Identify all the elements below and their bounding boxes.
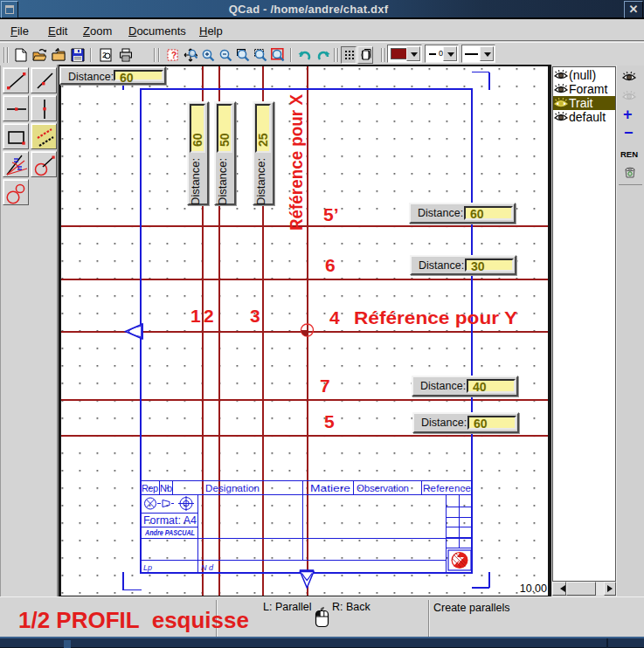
svg-text:Référence pour X: Référence pour X: [287, 93, 306, 231]
svg-text:7: 7: [320, 376, 330, 396]
svg-text:Designation: Designation: [205, 483, 260, 493]
svg-text:Rep: Rep: [142, 483, 158, 493]
svg-text:Nb: Nb: [160, 483, 172, 493]
svg-text:3: 3: [250, 306, 260, 326]
svg-text:Format: A4: Format: A4: [143, 514, 197, 527]
svg-text:1: 1: [190, 306, 201, 326]
svg-text:Andre PASCUAL: Andre PASCUAL: [144, 528, 195, 537]
svg-text:Reference: Reference: [423, 483, 471, 493]
svg-text:10.00: 10.00: [520, 583, 547, 595]
svg-text:?: ?: [171, 51, 177, 60]
svg-text:N d: N d: [201, 563, 214, 572]
svg-text:6: 6: [325, 255, 336, 275]
svg-text:Lp: Lp: [143, 563, 152, 572]
svg-text:Matiere: Matiere: [310, 483, 350, 493]
svg-text:Référence pour Y: Référence pour Y: [354, 307, 517, 327]
svg-text:2: 2: [204, 306, 214, 326]
svg-text:5: 5: [324, 411, 335, 431]
svg-text:5’: 5’: [323, 204, 339, 224]
svg-text:4: 4: [329, 307, 340, 327]
svg-text:Observation: Observation: [357, 483, 409, 493]
